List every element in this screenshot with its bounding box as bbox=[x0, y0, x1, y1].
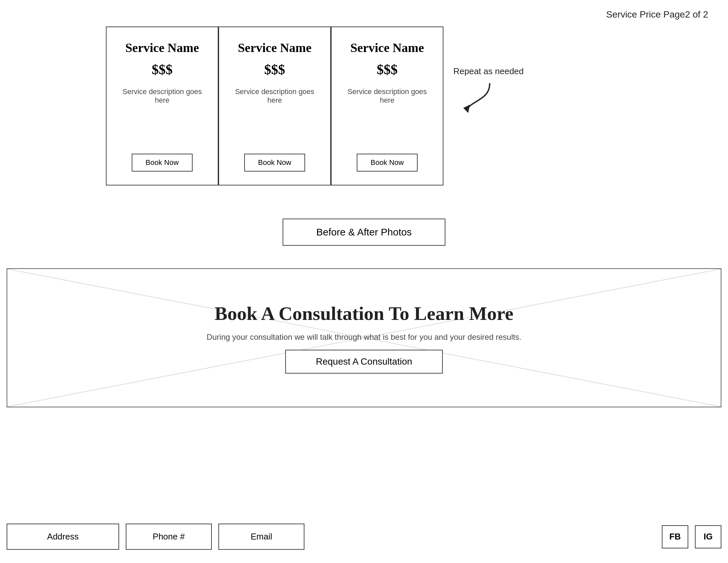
service-card-1-desc: Service description goes here bbox=[116, 87, 208, 140]
consultation-title: Book A Consultation To Learn More bbox=[215, 303, 514, 325]
page-label-text: Service Price Page bbox=[606, 9, 685, 20]
service-card-1-title: Service Name bbox=[125, 40, 199, 55]
service-card-3-price: $$$ bbox=[377, 62, 398, 77]
repeat-text: Repeat as needed bbox=[453, 66, 524, 76]
consultation-description: During your consultation we will talk th… bbox=[206, 333, 521, 342]
service-card-3: Service Name $$$ Service description goe… bbox=[331, 26, 443, 185]
footer-section: Address Phone # Email FB IG bbox=[7, 524, 721, 550]
service-card-3-title: Service Name bbox=[350, 40, 424, 55]
page-info: 2 of 2 bbox=[685, 9, 708, 20]
before-after-btn[interactable]: Before & After Photos bbox=[283, 218, 446, 246]
footer-email[interactable]: Email bbox=[218, 524, 304, 550]
service-card-1-price: $$$ bbox=[152, 62, 173, 77]
instagram-btn[interactable]: IG bbox=[695, 525, 721, 548]
service-card-2-title: Service Name bbox=[238, 40, 312, 55]
footer-phone[interactable]: Phone # bbox=[126, 524, 212, 550]
request-consultation-btn[interactable]: Request A Consultation bbox=[285, 350, 442, 374]
consultation-banner: Book A Consultation To Learn More During… bbox=[7, 268, 721, 407]
repeat-arrow-icon bbox=[460, 80, 500, 119]
service-card-2-desc: Service description goes here bbox=[229, 87, 320, 140]
page-label: Service Price Page2 of 2 bbox=[606, 9, 708, 20]
service-cards-section: Service Name $$$ Service description goe… bbox=[106, 26, 443, 185]
service-card-3-desc: Service description goes here bbox=[341, 87, 433, 140]
service-card-2: Service Name $$$ Service description goe… bbox=[218, 26, 331, 185]
service-card-2-price: $$$ bbox=[264, 62, 285, 77]
footer-social: FB IG bbox=[662, 525, 721, 548]
footer-address[interactable]: Address bbox=[7, 524, 119, 550]
before-after-section: Before & After Photos bbox=[0, 218, 728, 246]
book-now-btn-1[interactable]: Book Now bbox=[132, 154, 193, 171]
service-card-1: Service Name $$$ Service description goe… bbox=[106, 26, 218, 185]
facebook-btn[interactable]: FB bbox=[662, 525, 688, 548]
book-now-btn-2[interactable]: Book Now bbox=[244, 154, 305, 171]
banner-content: Book A Consultation To Learn More During… bbox=[206, 303, 521, 374]
book-now-btn-3[interactable]: Book Now bbox=[357, 154, 418, 171]
svg-marker-0 bbox=[463, 105, 470, 113]
repeat-annotation: Repeat as needed bbox=[453, 66, 524, 119]
